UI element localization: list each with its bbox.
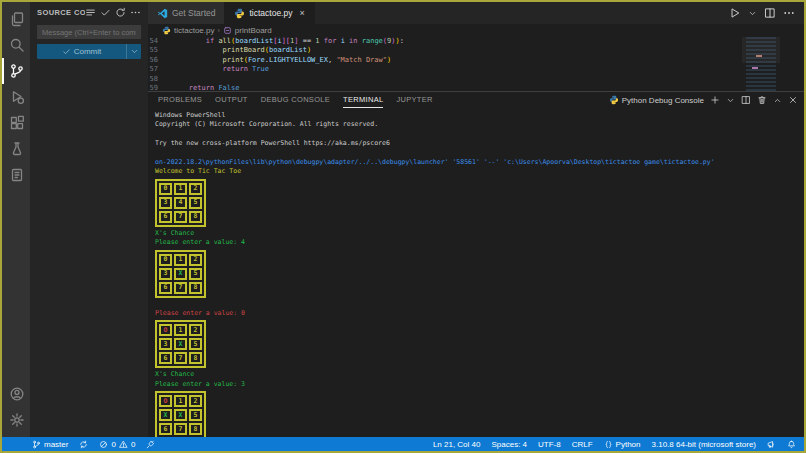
status-encoding[interactable]: UTF-8	[538, 440, 561, 449]
commit-dropdown-button[interactable]	[126, 44, 141, 59]
split-editor-button[interactable]	[764, 7, 776, 19]
board-cell: 5	[189, 268, 202, 280]
run-options-button[interactable]	[748, 9, 757, 18]
braces-icon	[604, 440, 613, 449]
status-problems-label: 0	[111, 440, 115, 449]
breadcrumb-file[interactable]: tictactoe.py	[174, 26, 214, 35]
panel-tab-debug-console[interactable]: DEBUG CONSOLE	[261, 92, 330, 108]
status-feedback[interactable]	[767, 440, 776, 449]
panel-tab-jupyter[interactable]: JUPYTER	[396, 92, 432, 108]
vscode-window: SOURCE CONTROL Commit Get Startedtictact…	[0, 0, 806, 453]
board-cell: 5	[189, 197, 202, 209]
board-cell: 1	[174, 324, 187, 336]
status-git-branch[interactable]: master	[32, 440, 68, 449]
panel-tab-output[interactable]: OUTPUT	[215, 92, 248, 108]
board-cell: O	[159, 395, 172, 407]
panel-tab-problems[interactable]: PROBLEMS	[158, 92, 202, 108]
close-tab-icon[interactable]: ×	[299, 8, 304, 18]
tab-label: Get Started	[172, 8, 215, 18]
board-cell: 3	[159, 338, 172, 350]
commit-all-button[interactable]	[100, 7, 111, 18]
terminal-output[interactable]: Windows PowerShellCopyright (C) Microsof…	[148, 108, 804, 437]
terminal-line: Welcome to Tic Tac Toe	[155, 167, 804, 176]
status-problems[interactable]: 00	[99, 440, 135, 449]
board-cell: 4	[174, 197, 187, 209]
account-icon	[9, 386, 25, 402]
board-cell: 7	[174, 352, 187, 364]
status-python-interpreter[interactable]: 3.10.8 64-bit (microsoft store)	[652, 440, 756, 449]
board-cell: X	[159, 409, 172, 421]
view-changes-button[interactable]	[85, 7, 96, 18]
board-cell: 0	[159, 183, 172, 195]
maximize-panel-button[interactable]	[773, 96, 782, 105]
status-notifications[interactable]	[787, 440, 796, 449]
activity-item-run-debug[interactable]	[2, 84, 30, 110]
status-encoding-label: UTF-8	[538, 440, 561, 449]
code-line-55[interactable]: 55 printBoard(boardList)	[148, 46, 804, 55]
split-terminal-button[interactable]	[741, 95, 751, 105]
board-cell: 6	[159, 211, 172, 223]
code-line-57[interactable]: 57 return True	[148, 65, 804, 74]
board-cell: 1	[174, 395, 187, 407]
board-cell: 7	[174, 211, 187, 223]
tictactoe-board: 0123X5678	[155, 250, 206, 298]
line-number: 59	[148, 84, 172, 91]
line-number: 57	[148, 65, 172, 74]
board-cell: 7	[174, 423, 187, 435]
status-problems-label2: 0	[131, 440, 135, 449]
terminal-line	[155, 300, 804, 309]
more-editor-actions-button[interactable]	[783, 7, 795, 19]
code-line-56[interactable]: 56 print(Fore.LIGHTYELLOW_EX, "Match Dra…	[148, 56, 804, 65]
status-indentation[interactable]: Spaces: 4	[491, 440, 527, 449]
code-line-58[interactable]: 58	[148, 75, 804, 84]
panel-tab-terminal[interactable]: TERMINAL	[343, 92, 383, 108]
breadcrumb-symbol[interactable]: printBoard	[235, 26, 272, 35]
status-cursor-position[interactable]: Ln 21, Col 40	[433, 440, 481, 449]
notebook-icon	[9, 167, 25, 183]
terminal-selector[interactable]: Python Debug Console	[609, 95, 704, 105]
board-cell: 2	[189, 395, 202, 407]
activity-item-source-control[interactable]	[2, 58, 30, 84]
status-language-mode[interactable]: Python	[604, 440, 641, 449]
commit-message-input[interactable]	[37, 25, 141, 39]
new-terminal-button[interactable]	[710, 95, 720, 105]
status-plug[interactable]	[146, 440, 155, 449]
code-line-59[interactable]: 59 return False	[148, 84, 804, 91]
tab-get-started[interactable]: Get Started	[148, 2, 225, 24]
code-editor[interactable]: 54 if all(boardList[i][1] == 1 for i in …	[148, 37, 804, 91]
terminal-line: Please enter a value: 4	[155, 238, 804, 247]
activity-item-explorer[interactable]	[2, 6, 30, 32]
tictactoe-board: O12XX5678	[155, 391, 206, 437]
activity-item-settings[interactable]	[2, 407, 30, 433]
terminal-selector-label: Python Debug Console	[622, 96, 704, 105]
activity-item-account[interactable]	[2, 381, 30, 407]
activity-item-notebook[interactable]	[2, 162, 30, 188]
feedback-icon	[767, 440, 776, 449]
activity-item-testing[interactable]	[2, 136, 30, 162]
commit-button-label: Commit	[74, 47, 102, 56]
close-panel-button[interactable]	[788, 95, 798, 105]
board-cell: 7	[174, 282, 187, 294]
activity-item-extensions[interactable]	[2, 110, 30, 136]
run-python-file-button[interactable]	[729, 7, 741, 19]
more-scm-actions-button[interactable]	[130, 7, 141, 18]
activity-item-search[interactable]	[2, 32, 30, 58]
status-eol-sequence[interactable]: CRLF	[572, 440, 593, 449]
code-text: return True	[172, 65, 269, 74]
terminal-line: Please enter a value: 3	[155, 380, 804, 389]
breadcrumb[interactable]: tictactoe.py › printBoard	[148, 24, 804, 37]
refresh-button[interactable]	[115, 7, 126, 18]
code-line-54[interactable]: 54 if all(boardList[i][1] == 1 for i in …	[148, 37, 804, 46]
kill-terminal-button[interactable]	[757, 95, 767, 105]
activity-bar	[2, 2, 30, 437]
terminal-line: X's Chance	[155, 370, 804, 379]
minimap[interactable]	[746, 37, 776, 91]
line-number: 58	[148, 75, 172, 84]
board-cell: X	[174, 409, 187, 421]
status-sync-changes[interactable]	[79, 440, 88, 449]
python-logo-icon	[609, 95, 619, 105]
tab-tictactoe-py[interactable]: tictactoe.py×	[225, 2, 314, 24]
commit-button[interactable]: Commit	[37, 44, 126, 59]
terminal-profiles-button[interactable]	[726, 96, 735, 105]
terminal-line: X's Chance	[155, 229, 804, 238]
